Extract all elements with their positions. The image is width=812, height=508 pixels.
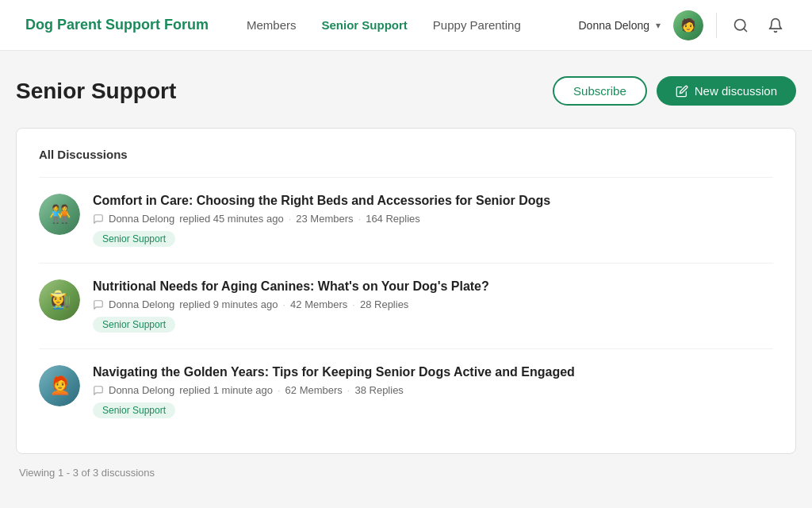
meta-separator: · <box>352 298 355 310</box>
discussion-content: Navigating the Golden Years: Tips for Ke… <box>93 365 773 418</box>
user-menu[interactable]: Donna Delong ▾ <box>578 19 661 32</box>
header: Dog Parent Support Forum Members Senior … <box>0 0 812 51</box>
discussion-replies: 28 Replies <box>360 298 408 310</box>
list-item: 👩‍🌾 Nutritional Needs for Aging Canines:… <box>39 263 773 348</box>
page-content: Senior Support Subscribe New discussion … <box>0 51 812 504</box>
subscribe-button[interactable]: Subscribe <box>553 76 647 106</box>
nav-item-senior-support[interactable]: Senior Support <box>322 15 408 35</box>
reply-icon <box>93 214 104 225</box>
meta-separator: · <box>358 213 362 225</box>
search-button[interactable] <box>730 14 752 37</box>
discussion-meta: Donna Delong replied 1 minute ago · 62 M… <box>93 384 773 396</box>
discussions-panel: All Discussions 🧑‍🤝‍🧑 Comfort in Care: C… <box>16 128 796 454</box>
discussion-tag[interactable]: Senior Support <box>93 317 175 333</box>
site-logo[interactable]: Dog Parent Support Forum <box>25 17 209 33</box>
bell-icon <box>768 17 783 33</box>
discussion-members: 23 Members <box>296 213 353 225</box>
discussion-author: Donna Delong <box>109 213 174 225</box>
viewing-count: Viewing 1 - 3 of 3 discussions <box>19 467 155 479</box>
page-actions: Subscribe New discussion <box>553 76 796 106</box>
new-discussion-label: New discussion <box>695 84 777 98</box>
search-icon <box>733 17 749 33</box>
reply-icon <box>93 385 104 396</box>
avatar: 🧑‍🤝‍🧑 <box>39 194 80 235</box>
discussion-replies: 38 Replies <box>354 384 403 396</box>
discussion-content: Comfort in Care: Choosing the Right Beds… <box>93 194 773 247</box>
meta-separator: · <box>289 213 292 225</box>
page-header: Senior Support Subscribe New discussion <box>16 76 796 106</box>
list-item: 🧑‍🦰 Navigating the Golden Years: Tips fo… <box>39 348 773 434</box>
new-discussion-button[interactable]: New discussion <box>657 76 796 106</box>
svg-line-1 <box>744 28 747 31</box>
reply-icon <box>93 299 104 310</box>
avatar: 👩‍🌾 <box>39 279 80 321</box>
page-footer: Viewing 1 - 3 of 3 discussions <box>16 467 796 479</box>
chevron-down-icon: ▾ <box>656 20 661 31</box>
discussion-content: Nutritional Needs for Aging Canines: Wha… <box>93 279 773 333</box>
all-discussions-label: All Discussions <box>39 148 773 161</box>
header-right: Donna Delong ▾ 🧑 <box>578 10 787 40</box>
discussion-replied: replied 9 minutes ago <box>179 298 278 310</box>
discussion-replied: replied 45 minutes ago <box>179 213 284 225</box>
list-item: 🧑‍🤝‍🧑 Comfort in Care: Choosing the Righ… <box>39 177 773 263</box>
edit-icon <box>676 85 688 98</box>
meta-separator: · <box>347 384 350 396</box>
header-divider <box>716 13 717 38</box>
discussion-replied: replied 1 minute ago <box>179 384 273 396</box>
main-nav: Members Senior Support Puppy Parenting <box>247 15 553 35</box>
nav-item-puppy-parenting[interactable]: Puppy Parenting <box>433 15 521 35</box>
discussion-title[interactable]: Comfort in Care: Choosing the Right Beds… <box>93 194 773 208</box>
page-title: Senior Support <box>16 79 176 104</box>
discussion-title[interactable]: Nutritional Needs for Aging Canines: Wha… <box>93 279 773 294</box>
discussion-tag[interactable]: Senior Support <box>93 402 175 418</box>
avatar[interactable]: 🧑 <box>673 10 703 40</box>
discussion-members: 62 Members <box>285 384 343 396</box>
discussion-tag[interactable]: Senior Support <box>93 231 175 247</box>
meta-separator: · <box>278 384 281 396</box>
meta-separator: · <box>282 298 285 310</box>
discussion-author: Donna Delong <box>109 298 174 310</box>
avatar: 🧑‍🦰 <box>39 365 80 406</box>
notifications-button[interactable] <box>764 14 787 37</box>
nav-item-members[interactable]: Members <box>247 15 297 35</box>
discussion-members: 42 Members <box>290 298 347 310</box>
user-name: Donna Delong <box>578 19 649 32</box>
discussion-meta: Donna Delong replied 45 minutes ago · 23… <box>93 213 773 225</box>
avatar-image: 🧑 <box>673 10 703 40</box>
discussion-meta: Donna Delong replied 9 minutes ago · 42 … <box>93 298 773 310</box>
discussion-replies: 164 Replies <box>366 213 420 225</box>
discussion-title[interactable]: Navigating the Golden Years: Tips for Ke… <box>93 365 773 379</box>
discussion-author: Donna Delong <box>109 384 174 396</box>
